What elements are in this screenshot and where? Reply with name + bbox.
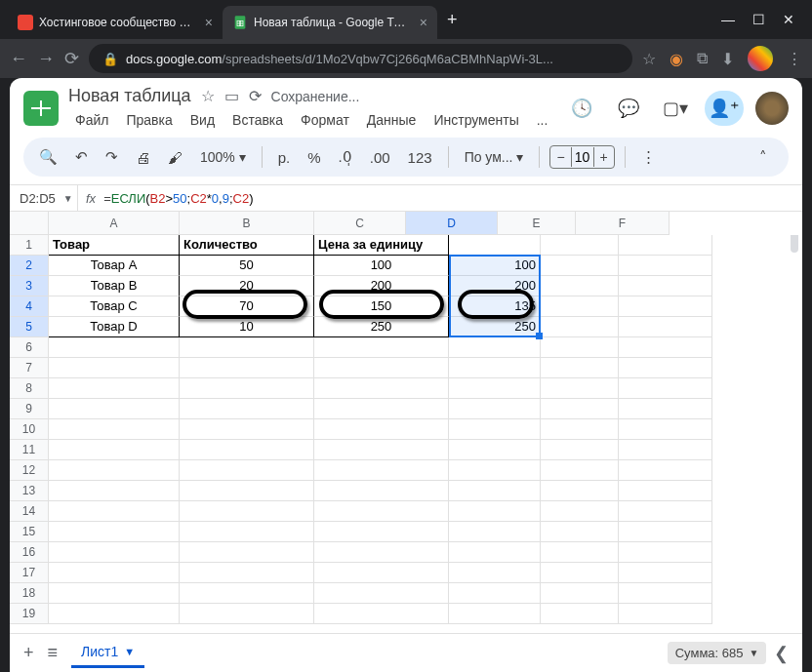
- search-button[interactable]: 🔍: [33, 144, 63, 170]
- cell[interactable]: [619, 256, 712, 276]
- close-window-icon[interactable]: ✕: [783, 12, 794, 27]
- cell[interactable]: [619, 296, 712, 317]
- browser-tab[interactable]: Хостинговое сообщество «Tim ×: [8, 6, 223, 39]
- column-header[interactable]: E: [498, 212, 576, 235]
- cell[interactable]: [541, 276, 619, 296]
- row-header[interactable]: 3: [10, 276, 49, 296]
- row-header[interactable]: 8: [10, 378, 49, 399]
- increase-font-button[interactable]: +: [594, 149, 614, 165]
- menu-file[interactable]: Файл: [68, 110, 115, 130]
- row-header[interactable]: 11: [10, 440, 49, 460]
- row-header[interactable]: 17: [10, 563, 49, 583]
- close-icon[interactable]: ×: [205, 15, 213, 30]
- cell[interactable]: 70: [180, 296, 314, 317]
- cell[interactable]: [541, 317, 619, 337]
- cell[interactable]: Товар A: [49, 256, 180, 276]
- new-tab-button[interactable]: +: [447, 10, 458, 30]
- all-sheets-button[interactable]: ≡: [48, 643, 59, 663]
- menu-view[interactable]: Вид: [183, 110, 222, 130]
- cell[interactable]: 100: [314, 256, 449, 276]
- number-format-button[interactable]: 123: [402, 145, 438, 170]
- menu-icon[interactable]: ⋮: [787, 50, 802, 68]
- cell[interactable]: [619, 235, 712, 256]
- decrease-font-button[interactable]: −: [550, 149, 570, 165]
- document-title[interactable]: Новая таблица: [68, 86, 191, 106]
- user-avatar[interactable]: [755, 92, 789, 125]
- row-header[interactable]: 10: [10, 419, 49, 440]
- cell[interactable]: [449, 235, 541, 256]
- cell[interactable]: 10: [180, 317, 314, 337]
- url-bar[interactable]: 🔒 docs.google.com/spreadsheets/d/1Mo2Vqb…: [89, 44, 632, 73]
- zoom-select[interactable]: 100% ▾: [194, 149, 252, 165]
- menu-tools[interactable]: Инструменты: [426, 110, 525, 130]
- sheet-tab-active[interactable]: Лист1 ▼: [71, 638, 144, 668]
- row-header[interactable]: 18: [10, 583, 49, 604]
- summary-badge[interactable]: Сумма: 685 ▼: [668, 642, 767, 664]
- increase-decimal-button[interactable]: .00: [364, 145, 396, 170]
- history-button[interactable]: 🕓: [564, 91, 599, 126]
- spreadsheet-grid[interactable]: A B C D E F 1 Товар Количество Цена за е…: [10, 212, 802, 633]
- explore-button[interactable]: ❮: [774, 643, 789, 664]
- back-button[interactable]: ←: [10, 49, 27, 69]
- share-button[interactable]: 👤⁺: [705, 91, 744, 126]
- cell[interactable]: 250: [449, 317, 541, 337]
- paint-format-button[interactable]: 🖌: [162, 145, 188, 170]
- download-icon[interactable]: ⬇: [721, 50, 734, 68]
- cell[interactable]: 200: [449, 276, 541, 296]
- row-header[interactable]: 12: [10, 460, 49, 481]
- star-icon[interactable]: ☆: [642, 50, 656, 68]
- cell[interactable]: 20: [180, 276, 314, 296]
- row-header[interactable]: 15: [10, 522, 49, 542]
- menu-more[interactable]: ...: [530, 110, 555, 130]
- cell[interactable]: Товар: [49, 235, 180, 256]
- minimize-icon[interactable]: —: [721, 12, 735, 27]
- maximize-icon[interactable]: ☐: [752, 12, 765, 27]
- chevron-down-icon[interactable]: ▼: [124, 646, 135, 657]
- browser-tab-active[interactable]: Новая таблица - Google Табли ×: [223, 6, 437, 39]
- menu-format[interactable]: Формат: [294, 110, 356, 130]
- cell[interactable]: 135: [449, 296, 541, 317]
- row-header[interactable]: 4: [10, 296, 49, 317]
- row-header[interactable]: 19: [10, 604, 49, 624]
- cell[interactable]: [541, 296, 619, 317]
- undo-button[interactable]: ↶: [69, 144, 94, 170]
- profile-avatar[interactable]: [748, 46, 773, 71]
- cell[interactable]: Товар C: [49, 296, 180, 317]
- close-icon[interactable]: ×: [420, 15, 427, 30]
- comment-button[interactable]: 💬: [611, 91, 646, 126]
- cell[interactable]: [541, 256, 619, 276]
- font-size-value[interactable]: 10: [571, 147, 594, 167]
- font-select[interactable]: По ум... ▾: [459, 149, 530, 165]
- column-header[interactable]: B: [180, 212, 314, 235]
- column-header[interactable]: A: [49, 212, 180, 235]
- cell-reference-box[interactable]: D2:D5▼: [10, 185, 78, 211]
- formula-input[interactable]: =ЕСЛИ(B2>50;C2*0,9;C2): [103, 191, 253, 206]
- cell[interactable]: Количество: [180, 235, 314, 256]
- row-header[interactable]: 5: [10, 317, 49, 337]
- column-header[interactable]: F: [576, 212, 670, 235]
- move-icon[interactable]: ▭: [224, 87, 239, 105]
- cell[interactable]: Товар D: [49, 317, 180, 337]
- row-header[interactable]: 6: [10, 337, 49, 358]
- row-header[interactable]: 16: [10, 542, 49, 563]
- redo-button[interactable]: ↷: [100, 144, 124, 170]
- cell[interactable]: 100: [449, 256, 541, 276]
- meet-button[interactable]: ▢▾: [658, 91, 693, 126]
- decrease-decimal-button[interactable]: .0̩: [333, 144, 358, 170]
- menu-edit[interactable]: Правка: [119, 110, 179, 130]
- collapse-toolbar-button[interactable]: ˄: [759, 148, 767, 166]
- row-header[interactable]: 14: [10, 501, 49, 522]
- cell[interactable]: 50: [180, 256, 314, 276]
- cell[interactable]: 250: [314, 317, 449, 337]
- menu-insert[interactable]: Вставка: [225, 110, 290, 130]
- sheets-logo-icon[interactable]: [23, 91, 59, 126]
- extension-icon[interactable]: ◉: [670, 50, 683, 68]
- cell[interactable]: [619, 276, 712, 296]
- cell[interactable]: 200: [314, 276, 449, 296]
- cell[interactable]: [619, 317, 712, 337]
- cell[interactable]: [541, 235, 619, 256]
- row-header[interactable]: 2: [10, 256, 49, 276]
- row-header[interactable]: 13: [10, 481, 49, 501]
- row-header[interactable]: 9: [10, 399, 49, 419]
- cloud-icon[interactable]: ⟳: [249, 87, 262, 105]
